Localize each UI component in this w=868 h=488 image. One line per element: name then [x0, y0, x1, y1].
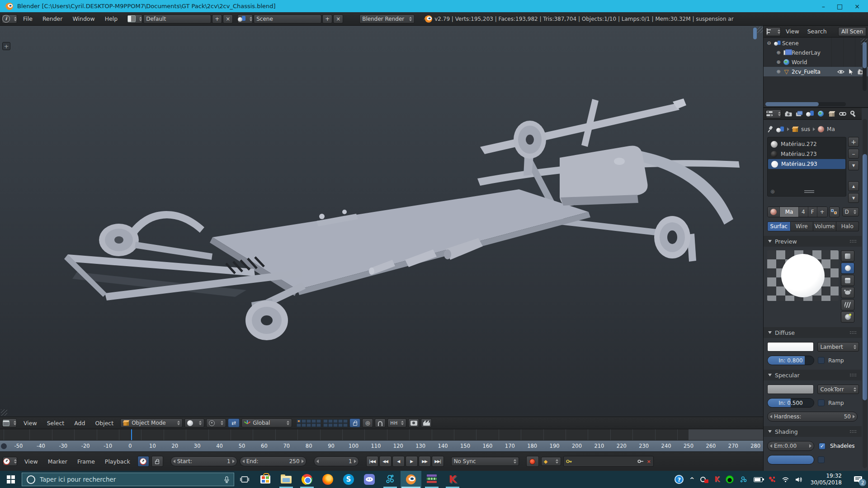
insert-keyframe-icon[interactable]: [637, 459, 644, 464]
material-slot-row-selected[interactable]: Matériau.293: [768, 159, 845, 169]
action-center-button[interactable]: 2: [848, 471, 868, 488]
shading-panel-header[interactable]: Shading: [764, 426, 862, 437]
taskbar-app-firefox[interactable]: [317, 471, 338, 488]
selectability-cursor-icon[interactable]: [849, 69, 854, 75]
mode-selector[interactable]: Object Mode: [120, 418, 183, 427]
snap-toggle[interactable]: [375, 418, 386, 427]
list-resize-grip[interactable]: [804, 190, 814, 193]
editor-type-button-3dview[interactable]: [2, 418, 17, 427]
slot-specials-menu[interactable]: ▼: [848, 160, 859, 170]
transform-orientation-selector[interactable]: Global: [241, 418, 292, 427]
visibility-eye-icon[interactable]: [837, 70, 844, 74]
specular-ramp-checkbox[interactable]: [818, 399, 825, 406]
users-count-button[interactable]: 4: [799, 207, 808, 217]
outliner-item-scene[interactable]: ⊖ Scene: [764, 38, 868, 48]
specular-panel-header[interactable]: Specular: [764, 370, 862, 380]
close-button[interactable]: ×: [854, 3, 860, 10]
opengl-animation-button[interactable]: [421, 418, 432, 427]
expand-icon[interactable]: ⊕: [776, 50, 781, 56]
help-tray-icon[interactable]: ?: [675, 475, 684, 484]
current-frame-field[interactable]: 1: [314, 456, 359, 466]
specular-color-swatch[interactable]: [767, 385, 814, 394]
properties-vertical-scrollbar[interactable]: [863, 119, 867, 468]
shadeless-checkbox[interactable]: ✓: [819, 443, 826, 450]
taskbar-app-store[interactable]: [255, 471, 276, 488]
tray-overflow-chevron[interactable]: ^: [689, 476, 694, 483]
menu-item[interactable]: Help: [100, 15, 123, 22]
start-frame-field[interactable]: Start: 1: [170, 456, 237, 466]
diffuse-intensity-slider[interactable]: In: 0.800: [767, 356, 814, 365]
playback-button[interactable]: ◀◀: [379, 456, 392, 467]
outliner-item-active-object[interactable]: ⊕ ▽ 2cv_Fuelta: [764, 67, 868, 76]
diffuse-color-swatch[interactable]: [767, 342, 814, 352]
outliner-horizontal-scrollbar[interactable]: [765, 102, 846, 106]
clipped-slider[interactable]: [767, 455, 814, 465]
material-name-field[interactable]: Ma: [780, 207, 799, 217]
playback-button[interactable]: ▶▶: [419, 456, 431, 467]
delete-layout-button[interactable]: ×: [223, 14, 233, 23]
viewport-shading-selector[interactable]: [184, 418, 204, 427]
outliner-display-mode[interactable]: All Scen: [838, 27, 866, 36]
taskbar-app-hexagon[interactable]: [380, 471, 401, 488]
playback-button[interactable]: |◀◀: [366, 456, 378, 467]
menu-item[interactable]: Select: [42, 420, 70, 427]
material-type-tab[interactable]: Wire: [791, 221, 814, 231]
lock-frame-range-toggle[interactable]: [151, 456, 163, 467]
tab-world[interactable]: [817, 110, 825, 117]
collapse-icon[interactable]: ⊖: [766, 40, 772, 46]
specular-shader-selector[interactable]: CookTorr: [817, 385, 859, 394]
keying-set-selector[interactable]: ◆: [541, 457, 561, 466]
menu-item[interactable]: Search: [803, 28, 831, 35]
clipped-checkbox[interactable]: [818, 456, 825, 463]
battery-tray-icon[interactable]: [754, 477, 763, 482]
playback-button[interactable]: ▶: [406, 456, 418, 467]
hardness-field[interactable]: Hardness: 50: [767, 412, 858, 422]
toolshelf-expand-button[interactable]: +: [2, 42, 10, 50]
add-layout-button[interactable]: +: [212, 14, 222, 23]
taskbar-app-winrar[interactable]: [421, 471, 442, 488]
password-manager-tray-icon[interactable]: [700, 476, 708, 483]
active-keying-set-field[interactable]: ×: [563, 456, 654, 467]
emit-field[interactable]: Em:0.00: [767, 441, 814, 451]
preview-world-button[interactable]: [841, 311, 854, 323]
area-resize-grip[interactable]: [757, 27, 763, 33]
editor-type-button-timeline[interactable]: [3, 457, 17, 466]
expand-icon[interactable]: ⊕: [776, 59, 781, 65]
browse-material-button[interactable]: [768, 207, 780, 217]
tab-constraints[interactable]: [839, 110, 846, 117]
add-slot-button[interactable]: +: [848, 137, 859, 147]
area-resize-grip[interactable]: [1, 409, 7, 416]
delete-scene-button[interactable]: ×: [333, 14, 343, 23]
taskbar-app-chrome[interactable]: [297, 471, 317, 488]
current-frame-playhead[interactable]: [131, 429, 132, 440]
fake-user-button[interactable]: F: [808, 207, 817, 217]
taskbar-app-discord[interactable]: [359, 471, 380, 488]
viewport-3d[interactable]: +: [0, 26, 763, 417]
red-cluster-tray-icon[interactable]: [769, 476, 776, 483]
preview-flat-button[interactable]: [841, 250, 854, 262]
material-link-selector[interactable]: D: [842, 207, 859, 216]
taskbar-app-skype[interactable]: S: [338, 471, 359, 488]
start-button[interactable]: [0, 471, 22, 488]
specular-intensity-slider[interactable]: In: 0.500: [767, 398, 814, 408]
material-type-tab[interactable]: Surfac: [767, 221, 791, 231]
end-frame-field[interactable]: End: 250: [240, 456, 307, 466]
area-resize-grip[interactable]: [861, 38, 867, 45]
proportional-edit-toggle[interactable]: ◎: [362, 418, 373, 427]
tab-object[interactable]: [828, 110, 835, 117]
panel-drag-grip[interactable]: [849, 239, 857, 243]
breadcrumb-object-name[interactable]: sus: [801, 126, 810, 132]
menu-item[interactable]: Window: [67, 15, 99, 22]
expand-icon[interactable]: ⊕: [776, 69, 781, 75]
menu-item[interactable]: Playback: [100, 458, 135, 465]
material-type-tab[interactable]: Volume: [813, 221, 836, 231]
menu-item[interactable]: File: [18, 15, 38, 22]
tab-render[interactable]: [784, 110, 792, 117]
taskbar-app-blender[interactable]: [401, 471, 421, 488]
pivot-point-selector[interactable]: [206, 418, 226, 427]
editor-type-button-outliner[interactable]: [765, 27, 781, 36]
tab-modifiers[interactable]: [849, 110, 857, 117]
tab-render-layers[interactable]: [795, 110, 803, 117]
menu-item[interactable]: Add: [69, 420, 90, 427]
menu-item[interactable]: Marker: [43, 458, 72, 465]
